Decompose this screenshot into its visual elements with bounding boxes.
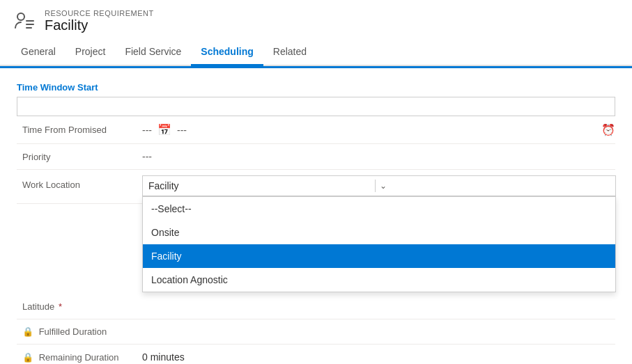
time-window-start-section: Time Window Start — [17, 82, 615, 116]
dropdown-arrow-icon: ⌄ — [375, 180, 610, 192]
time-from-promised-label: Time From Promised — [17, 125, 142, 135]
work-location-label: Work Location — [17, 175, 142, 190]
calendar-icon[interactable]: 📅 — [157, 123, 171, 136]
remaining-duration-value: 0 minutes — [142, 351, 615, 363]
time-from-promised-val2: --- — [177, 125, 187, 136]
remaining-duration-row: 🔒 Remaining Duration 0 minutes — [17, 345, 615, 364]
work-location-dropdown-trigger[interactable]: Facility ⌄ — [142, 175, 616, 196]
remaining-duration-label: 🔒 Remaining Duration — [17, 352, 142, 363]
work-location-selected-value: Facility — [148, 180, 375, 191]
dropdown-item-select[interactable]: --Select-- — [143, 197, 615, 221]
page-header: RESOURCE REQUIREMENT Facility — [0, 0, 632, 39]
time-window-start-label: Time Window Start — [17, 82, 615, 93]
priority-row: Priority --- — [17, 144, 615, 170]
time-from-promised-val1: --- — [142, 125, 152, 136]
clock-icon: ⏰ — [601, 123, 615, 136]
remaining-duration-lock-icon: 🔒 — [22, 352, 33, 363]
tab-related[interactable]: Related — [263, 39, 316, 66]
work-location-dropdown-container: Facility ⌄ --Select-- Onsite Facility Lo… — [142, 175, 616, 196]
dropdown-item-facility[interactable]: Facility — [143, 244, 615, 268]
tab-field-service[interactable]: Field Service — [115, 39, 191, 66]
tabs-bar: General Project Field Service Scheduling… — [0, 39, 632, 66]
tab-project[interactable]: Project — [65, 39, 116, 66]
resource-requirement-icon — [11, 8, 36, 33]
dropdown-item-location-agnostic[interactable]: Location Agnostic — [143, 268, 615, 292]
svg-point-0 — [17, 13, 24, 20]
latitude-required-star: * — [56, 301, 62, 312]
fulfilled-duration-lock-icon: 🔒 — [22, 326, 33, 337]
form-area: Time Window Start Time From Promised ---… — [0, 68, 632, 364]
work-location-value: Facility ⌄ --Select-- Onsite Facility Lo… — [142, 175, 616, 196]
tab-scheduling[interactable]: Scheduling — [191, 39, 263, 66]
fulfilled-duration-label: 🔒 Fulfilled Duration — [17, 326, 142, 337]
tab-general[interactable]: General — [11, 39, 65, 66]
latitude-label: Latitude * — [17, 301, 142, 312]
header-subtitle: RESOURCE REQUIREMENT — [45, 9, 154, 17]
header-text: RESOURCE REQUIREMENT Facility — [45, 9, 154, 33]
work-location-dropdown-menu: --Select-- Onsite Facility Location Agno… — [142, 196, 616, 292]
time-from-promised-row: Time From Promised --- 📅 --- ⏰ — [17, 116, 615, 144]
dropdown-item-onsite[interactable]: Onsite — [143, 221, 615, 244]
latitude-row: Latitude * — [17, 294, 615, 319]
priority-value: --- — [142, 151, 615, 162]
work-location-row: Work Location Facility ⌄ --Select-- Onsi… — [17, 170, 615, 204]
time-from-promised-value: --- 📅 --- ⏰ — [142, 123, 615, 136]
header-title: Facility — [45, 17, 154, 33]
fulfilled-duration-row: 🔒 Fulfilled Duration — [17, 319, 615, 345]
priority-label: Priority — [17, 152, 142, 162]
time-window-start-input[interactable] — [17, 97, 615, 116]
